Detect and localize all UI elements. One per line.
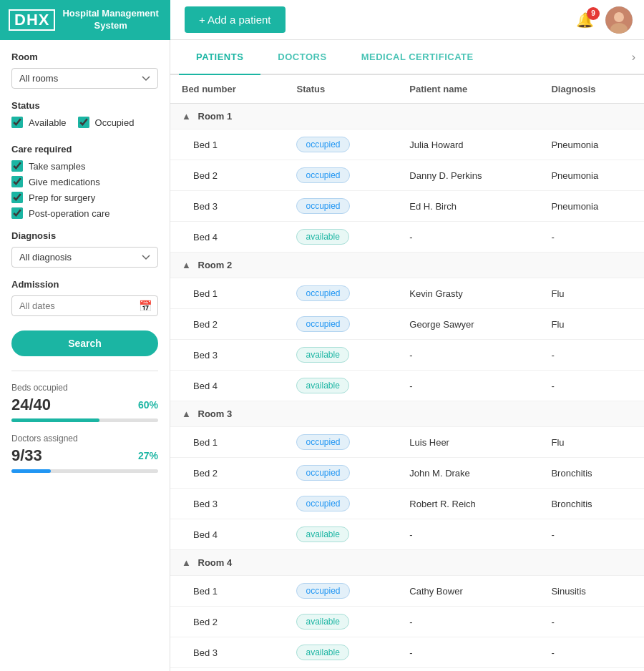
table-row[interactable]: Bed 2 available - -: [170, 607, 644, 637]
status-cell: occupied: [285, 576, 398, 607]
table-row[interactable]: Bed 4 available - -: [170, 371, 644, 401]
diagnosis-cell: Bronchitis: [540, 458, 644, 489]
patient-name-cell: Danny D. Perkins: [398, 160, 540, 191]
table-row[interactable]: Bed 2 occupied John M. Drake Bronchitis: [170, 458, 644, 489]
table-row[interactable]: Bed 3 occupied Robert R. Reich Bronchiti…: [170, 489, 644, 519]
search-button[interactable]: Search: [11, 330, 158, 356]
bed-number-cell: Bed 4: [170, 371, 285, 401]
table-row[interactable]: Bed 4 available - -: [170, 222, 644, 253]
diagnosis-label: Diagnosis: [11, 230, 158, 241]
doctors-assigned-label: Doctors assigned: [11, 434, 158, 444]
patient-name-cell: -: [398, 607, 540, 637]
sidebar-stats: Beds occupied 24/40 60% Doctors assigned…: [11, 371, 158, 473]
patient-name-cell: Cathy Bower: [398, 576, 540, 607]
patient-name-cell: -: [398, 637, 540, 668]
table-row[interactable]: Bed 1 occupied Luis Heer Flu: [170, 427, 644, 458]
table-row[interactable]: Bed 4 available - -: [170, 519, 644, 550]
col-bed-number: Bed number: [170, 75, 285, 104]
table-row[interactable]: Bed 1 occupied Julia Howard Pneumonia: [170, 129, 644, 160]
status-cell: occupied: [285, 191, 398, 222]
post-op-checkbox[interactable]: [11, 207, 23, 219]
bed-number-cell: Bed 3: [170, 191, 285, 222]
status-badge: occupied: [296, 434, 349, 450]
patient-name-cell: -: [398, 668, 540, 672]
status-badge: occupied: [296, 316, 349, 332]
table-row[interactable]: Bed 3 available - -: [170, 340, 644, 371]
bed-number-cell: Bed 1: [170, 129, 285, 160]
room-name-cell: ▲ Room 2: [170, 253, 644, 278]
status-cell: occupied: [285, 278, 398, 309]
doctors-assigned-pct: 27%: [138, 450, 158, 461]
status-cell: available: [285, 340, 398, 371]
available-checkbox-row: Available: [11, 117, 67, 128]
patient-name-cell: Luis Heer: [398, 427, 540, 458]
status-cell: occupied: [285, 427, 398, 458]
available-checkbox[interactable]: [11, 117, 23, 128]
table-row[interactable]: Bed 2 occupied Danny D. Perkins Pneumoni…: [170, 160, 644, 191]
bed-number-cell: Bed 4: [170, 519, 285, 550]
patient-name-cell: -: [398, 519, 540, 550]
add-patient-button[interactable]: + Add a patient: [185, 6, 286, 33]
avatar[interactable]: [605, 6, 633, 34]
take-samples-checkbox[interactable]: [11, 160, 23, 172]
room-name-cell: ▲ Room 1: [170, 104, 644, 129]
tab-patients[interactable]: PATIENTS: [179, 40, 260, 75]
diagnosis-cell: -: [540, 371, 644, 401]
table-row[interactable]: Bed 2 occupied George Sawyer Flu: [170, 309, 644, 340]
tabs-chevron-icon[interactable]: ›: [632, 51, 635, 64]
room-name-cell: ▲ Room 4: [170, 550, 644, 576]
care-item-0: Take samples: [11, 160, 158, 172]
tab-medical-certificate[interactable]: MEDICAL CERTIFICATE: [344, 40, 491, 75]
diagnosis-cell: -: [540, 668, 644, 672]
status-cell: occupied: [285, 129, 398, 160]
patient-name-cell: George Sawyer: [398, 309, 540, 340]
status-badge: occupied: [296, 167, 349, 183]
tab-doctors[interactable]: DOCTORS: [260, 40, 343, 75]
room-name: Room 3: [198, 408, 233, 419]
bed-number-cell: Bed 2: [170, 607, 285, 637]
status-badge: available: [296, 229, 348, 245]
patient-name-cell: Kevin Grasty: [398, 278, 540, 309]
occupied-checkbox[interactable]: [78, 117, 89, 128]
status-badge: available: [296, 645, 348, 660]
beds-occupied-label: Beds occupied: [11, 383, 158, 393]
bed-number-cell: Bed 3: [170, 637, 285, 668]
diagnosis-cell: Pneumonia: [540, 191, 644, 222]
bed-number-cell: Bed 1: [170, 427, 285, 458]
beds-occupied-pct: 60%: [138, 399, 158, 411]
header-right: 🔔 9: [576, 6, 644, 34]
room-toggle-icon[interactable]: ▲: [182, 408, 191, 419]
svg-point-1: [614, 12, 624, 22]
diagnosis-cell: -: [540, 340, 644, 371]
care-item-1: Give medications: [11, 176, 158, 187]
patients-table-wrapper: Bed number Status Patient name Diagnosis…: [170, 75, 644, 671]
table-row[interactable]: Bed 1 occupied Cathy Bower Sinusitis: [170, 576, 644, 607]
diagnosis-cell: -: [540, 222, 644, 253]
bed-number-cell: Bed 2: [170, 458, 285, 489]
status-badge: occupied: [296, 285, 349, 301]
diagnosis-select[interactable]: All diagnosis Flu Pneumonia Bronchitis S…: [11, 247, 158, 268]
table-row[interactable]: Bed 3 occupied Ed H. Birch Pneumonia: [170, 191, 644, 222]
care-section: Care required Take samples Give medicati…: [11, 144, 158, 219]
patient-name-cell: John M. Drake: [398, 458, 540, 489]
room-toggle-icon[interactable]: ▲: [182, 260, 191, 270]
prep-surgery-checkbox[interactable]: [11, 192, 23, 203]
patient-name-cell: -: [398, 340, 540, 371]
beds-occupied-bar: [11, 418, 158, 422]
occupied-checkbox-row: Occupied: [78, 117, 135, 128]
room-toggle-icon[interactable]: ▲: [182, 111, 191, 122]
table-row[interactable]: Bed 4 available - -: [170, 668, 644, 672]
give-medications-checkbox[interactable]: [11, 176, 23, 187]
status-label: Status: [11, 100, 158, 111]
table-row[interactable]: Bed 1 occupied Kevin Grasty Flu: [170, 278, 644, 309]
table-row[interactable]: Bed 3 available - -: [170, 637, 644, 668]
status-cell: occupied: [285, 160, 398, 191]
notifications-button[interactable]: 🔔 9: [576, 11, 594, 29]
patient-name-cell: -: [398, 222, 540, 253]
diagnosis-cell: Pneumonia: [540, 129, 644, 160]
room-select[interactable]: All rooms Room 1 Room 2 Room 3 Room 4: [11, 68, 158, 89]
status-cell: occupied: [285, 489, 398, 519]
admission-date-input[interactable]: [11, 295, 158, 316]
diagnosis-cell: -: [540, 519, 644, 550]
room-toggle-icon[interactable]: ▲: [182, 557, 191, 568]
